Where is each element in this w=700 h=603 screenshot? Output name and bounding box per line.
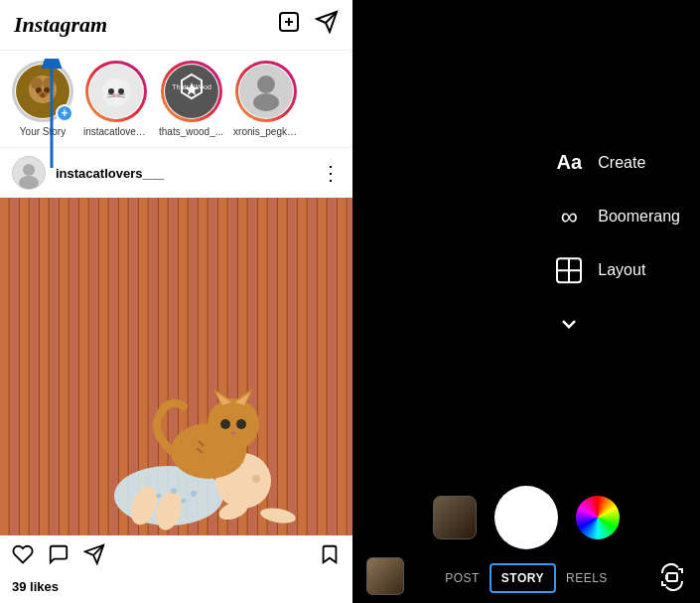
svg-point-56 [220, 419, 230, 429]
boomerang-icon: ∞ [552, 200, 586, 233]
instagram-logo: Instagram [14, 12, 107, 38]
comment-button[interactable] [48, 543, 70, 571]
post-actions [0, 535, 352, 579]
svg-point-48 [157, 494, 162, 499]
camera-mode-selector: POST STORY REELS [352, 563, 700, 593]
story-label-1: instacatlovers... [83, 126, 149, 137]
svg-rect-66 [667, 573, 677, 581]
bookmark-button[interactable] [319, 543, 341, 571]
stories-row: + Your Story [0, 51, 352, 148]
svg-point-12 [102, 78, 130, 106]
story-ring-inner-2: Thats_Wood [164, 64, 219, 119]
post-photo-svg [0, 198, 352, 535]
story-avatar-wrap-1 [85, 61, 147, 122]
add-story-button[interactable]: + [56, 104, 73, 122]
svg-point-30 [23, 164, 35, 176]
post-username[interactable]: instacatlovers___ [56, 166, 311, 181]
add-post-icon[interactable] [277, 10, 301, 40]
svg-point-51 [208, 398, 259, 450]
story-label-2: thats_wood_... [159, 126, 223, 137]
gallery-thumbnail[interactable] [433, 496, 477, 539]
instagram-feed-panel: Instagram [0, 0, 352, 603]
create-icon-text: Aa [556, 151, 582, 174]
story-ring-3 [235, 61, 297, 122]
camera-flip-button[interactable] [658, 563, 686, 595]
story-ring-inner-1 [88, 64, 144, 119]
story-item-xronis[interactable]: xronis_pegk_... [233, 61, 299, 137]
svg-point-5 [31, 77, 43, 89]
story-item-instacatlovers[interactable]: instacatlovers... [83, 61, 149, 137]
mode-post[interactable]: POST [435, 565, 490, 591]
feed-header: Instagram [0, 0, 352, 51]
create-icon: Aa [552, 146, 586, 180]
create-label: Create [598, 154, 645, 172]
more-options[interactable] [552, 307, 680, 341]
svg-point-41 [252, 475, 260, 483]
story-avatar-wrap-3 [235, 61, 297, 122]
post-image [0, 198, 352, 535]
like-button[interactable] [12, 543, 34, 571]
mode-reels[interactable]: REELS [556, 565, 618, 591]
story-ring-inner-3 [238, 64, 294, 119]
direct-messages-icon[interactable] [315, 10, 339, 40]
your-story-label: Your Story [20, 126, 66, 137]
post-more-options[interactable]: ⋮ [321, 163, 341, 183]
svg-point-10 [41, 93, 46, 98]
gallery-icon-left[interactable] [366, 557, 404, 595]
svg-point-6 [43, 77, 55, 89]
svg-point-47 [182, 499, 187, 504]
your-story-avatar-wrap: + [12, 61, 73, 122]
svg-point-16 [118, 88, 124, 94]
likes-count: 39 likes [0, 579, 352, 600]
share-button[interactable] [83, 543, 105, 571]
boomerang-label: Boomerang [598, 208, 680, 226]
story-ring-2: Thats_Wood [161, 61, 222, 122]
story-label-3: xronis_pegk_... [233, 126, 299, 137]
svg-point-49 [191, 491, 197, 497]
camera-bottom-controls: POST STORY REELS [352, 486, 700, 603]
story-ring-1 [85, 61, 147, 122]
boomerang-icon-text: ∞ [561, 203, 578, 230]
svg-point-57 [236, 419, 246, 429]
header-actions [277, 10, 339, 40]
layout-label: Layout [598, 261, 645, 279]
camera-story-panel: Aa Create ∞ Boomerang Layout [352, 0, 700, 603]
svg-point-46 [171, 488, 177, 494]
svg-point-15 [108, 88, 114, 94]
story-avatar-wrap-2: Thats_Wood [161, 61, 222, 122]
story-item-thats-wood[interactable]: Thats_Wood thats_wood_... [159, 61, 223, 137]
post-header: instacatlovers___ ⋮ [0, 148, 352, 198]
chevron-down-icon [552, 307, 586, 341]
story-mode-options: Aa Create ∞ Boomerang Layout [552, 146, 680, 341]
svg-point-28 [253, 93, 279, 111]
create-option[interactable]: Aa Create [552, 146, 680, 180]
post-author-avatar[interactable] [12, 156, 46, 190]
svg-point-27 [257, 75, 275, 93]
boomerang-option[interactable]: ∞ Boomerang [552, 200, 680, 233]
color-wheel-button[interactable] [576, 496, 620, 539]
shutter-button[interactable] [494, 486, 558, 549]
shutter-row [352, 486, 700, 549]
mode-story[interactable]: STORY [490, 563, 556, 593]
layout-option[interactable]: Layout [552, 253, 680, 287]
story-item-yours[interactable]: + Your Story [12, 61, 73, 137]
layout-icon [552, 253, 586, 287]
